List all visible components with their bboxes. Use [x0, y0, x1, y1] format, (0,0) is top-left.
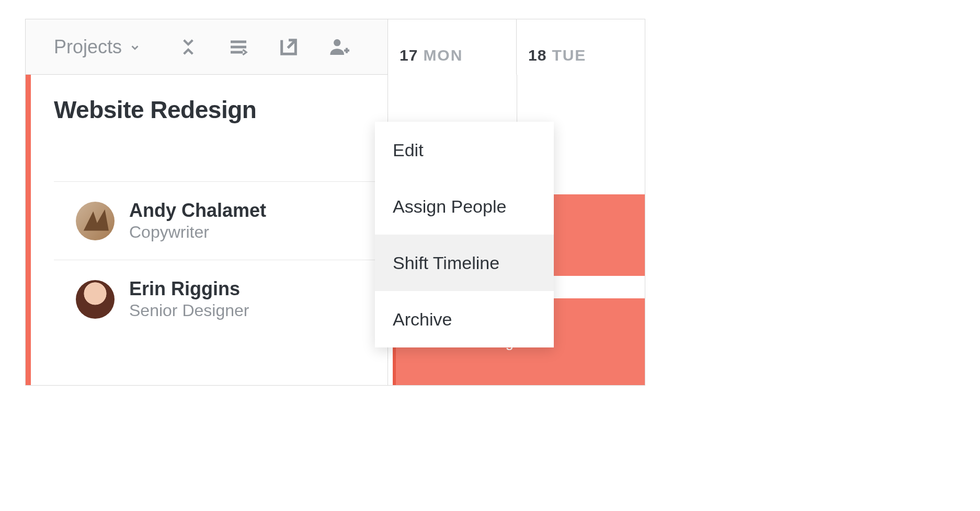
project-title: Website Redesign — [31, 75, 388, 124]
menu-item-label: Archive — [393, 309, 452, 330]
date-headers: 17 MON 18 TUE — [388, 19, 645, 75]
projects-dropdown-label: Projects — [54, 36, 122, 58]
person-row[interactable]: Erin Riggins Senior Designer — [31, 260, 388, 338]
svg-point-4 — [334, 39, 340, 46]
toolbar: Projects 17 MON — [26, 19, 645, 75]
app-frame: Projects 17 MON — [25, 19, 645, 386]
person-name: Andy Chalamet — [129, 200, 266, 222]
export-icon[interactable] — [277, 35, 301, 59]
menu-item-label: Shift Timeline — [393, 253, 499, 273]
collapse-icon[interactable] — [176, 35, 200, 59]
person-row[interactable]: Andy Chalamet Copywriter — [31, 182, 388, 260]
context-menu: Edit Assign People Shift Timeline Archiv… — [375, 122, 554, 347]
menu-item-label: Assign People — [393, 196, 506, 217]
menu-item-assign-people[interactable]: Assign People — [375, 178, 554, 235]
person-role: Copywriter — [129, 223, 266, 242]
projects-dropdown[interactable]: Projects — [26, 19, 155, 74]
project-sidebar: Website Redesign Andy Chalamet Copywrite… — [26, 75, 388, 385]
add-person-icon[interactable] — [327, 35, 351, 59]
chevron-down-icon — [129, 36, 141, 58]
list-icon[interactable] — [226, 35, 250, 59]
date-column-17: 17 MON — [388, 19, 516, 75]
menu-item-label: Edit — [393, 140, 424, 160]
date-day: MON — [423, 47, 463, 64]
avatar — [76, 280, 115, 319]
menu-item-edit[interactable]: Edit — [375, 122, 554, 178]
avatar — [76, 202, 115, 240]
toolbar-icons — [176, 35, 351, 59]
person-role: Senior Designer — [129, 301, 249, 320]
menu-item-shift-timeline[interactable]: Shift Timeline — [375, 235, 554, 291]
person-name: Erin Riggins — [129, 278, 249, 300]
date-number: 18 — [528, 47, 546, 64]
date-number: 17 — [400, 47, 418, 64]
date-column-18: 18 TUE — [516, 19, 645, 75]
menu-item-archive[interactable]: Archive — [375, 291, 554, 347]
date-day: TUE — [552, 47, 586, 64]
